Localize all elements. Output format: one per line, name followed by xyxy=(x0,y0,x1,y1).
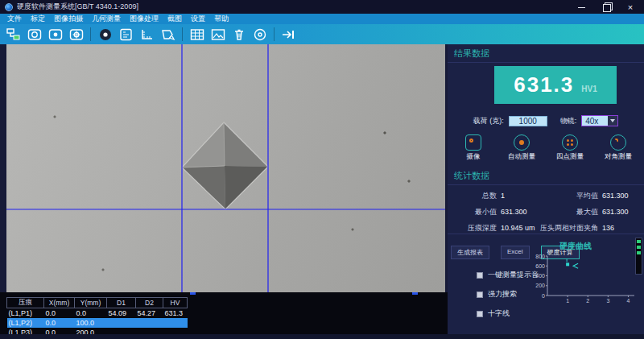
table-cell: 200.0 xyxy=(75,328,107,335)
menu-item-1[interactable]: 文件 xyxy=(7,14,22,24)
camera-capture-button[interactable]: 摄像 xyxy=(451,134,496,162)
table-icon[interactable] xyxy=(188,27,205,43)
table-cell: (L1,P3) xyxy=(7,328,44,335)
table-cell: 0.0 xyxy=(75,308,107,318)
table-row[interactable]: (L1,P2)0.0100.0 xyxy=(7,318,188,328)
chart-title: 硬度曲线 xyxy=(531,241,620,252)
app-icon xyxy=(5,3,13,11)
menu-item-6[interactable]: 截图 xyxy=(167,14,182,24)
table-cell: 54.27 xyxy=(136,308,163,318)
hardness-value: 631.3 xyxy=(514,72,574,97)
camera-icon[interactable] xyxy=(26,27,43,43)
tools-area: 生成报表Excel硬度计算 一键测量提示音强力搜索十字线 硬度曲线 020040… xyxy=(448,236,644,334)
load-label: 载荷 (克): xyxy=(473,116,504,126)
camera-target-icon[interactable] xyxy=(68,27,85,43)
tool-tab-2[interactable]: Excel xyxy=(501,246,530,259)
checkbox-icon[interactable] xyxy=(477,272,483,279)
toolbar-separator xyxy=(274,27,275,41)
window-bottom-edge xyxy=(0,334,644,339)
stat-value: 1 xyxy=(501,192,543,200)
ruler-icon[interactable] xyxy=(138,27,155,43)
option-checkbox-1[interactable]: 一键测量提示音 xyxy=(477,270,539,280)
option-checkbox-2[interactable]: 强力搜索 xyxy=(477,289,539,300)
menu-item-2[interactable]: 标定 xyxy=(31,14,45,24)
table-cell: 100.0 xyxy=(75,318,107,328)
table-header[interactable]: HV xyxy=(163,298,188,308)
results-section-title: 结果数据 xyxy=(448,44,644,61)
stat-item: 平均值631.300 xyxy=(543,191,644,201)
table-cell: 631.3 xyxy=(163,308,188,318)
maximize-button[interactable] xyxy=(601,2,612,12)
stat-label: 压头两相对面夹角 xyxy=(540,223,598,234)
divider xyxy=(448,184,644,185)
window-title: 硬度软件测量系统[GB/T 4340.1-2009] xyxy=(17,2,576,12)
table-cell: 54.09 xyxy=(107,308,136,318)
table-header[interactable]: D1 xyxy=(107,298,136,308)
table-header-row: 压痕X(mm)Y(mm)D1D2HV xyxy=(7,298,188,308)
table-cell: 0.0 xyxy=(44,328,75,335)
auto-measure-button[interactable]: 自动测量 xyxy=(499,134,544,162)
stat-value: 631.300 xyxy=(501,208,543,216)
svg-text:2: 2 xyxy=(586,298,589,304)
image-icon[interactable] xyxy=(209,27,226,43)
workflow-icon[interactable] xyxy=(5,27,22,43)
table-row[interactable]: (L1,P3)0.0200.0 xyxy=(7,328,188,335)
toolbar-separator xyxy=(182,27,183,41)
record-icon[interactable] xyxy=(97,27,114,43)
checkbox-label: 十字线 xyxy=(488,308,510,319)
stat-item: 最大值631.300 xyxy=(543,207,644,217)
menu-item-3[interactable]: 图像拍摄 xyxy=(54,14,83,24)
disc-icon[interactable] xyxy=(251,27,268,43)
table-header[interactable]: Y(mm) xyxy=(75,298,107,308)
menu-item-5[interactable]: 图像处理 xyxy=(130,14,159,24)
close-button[interactable]: × xyxy=(625,2,636,12)
table-cell: (L1,P2) xyxy=(7,318,44,328)
minimize-button[interactable] xyxy=(576,2,588,12)
table-header[interactable]: D2 xyxy=(136,298,163,308)
svg-text:4: 4 xyxy=(627,298,630,304)
level-meter xyxy=(635,238,642,275)
table-header[interactable]: X(mm) xyxy=(44,298,75,308)
svg-text:200: 200 xyxy=(535,283,545,288)
menu-item-8[interactable]: 帮助 xyxy=(214,14,229,24)
svg-text:0: 0 xyxy=(542,293,545,299)
menu-item-7[interactable]: 设置 xyxy=(191,14,205,24)
svg-text:1: 1 xyxy=(566,298,569,304)
svg-text:400: 400 xyxy=(535,273,545,279)
chevron-down-icon[interactable] xyxy=(608,116,617,126)
rotate-shape-icon[interactable] xyxy=(159,27,176,43)
exposure-icon[interactable] xyxy=(118,27,134,43)
statistics-grid: 总数1平均值631.300最小值631.300最大值631.300压痕深度10.… xyxy=(448,191,644,234)
table-header[interactable]: 压痕 xyxy=(7,298,44,308)
diagonal-measure-icon xyxy=(610,134,626,151)
table-row[interactable]: (L1,P1)0.00.054.0954.27631.3 xyxy=(7,308,188,318)
table-cell xyxy=(107,318,136,328)
toolbar xyxy=(0,24,644,44)
stat-item: 压痕深度10.945 um xyxy=(448,223,543,234)
diagonal-measure-button[interactable]: 对角测量 xyxy=(596,134,641,162)
tool-tab-1[interactable]: 生成报表 xyxy=(451,246,489,259)
objective-select[interactable]: 40x xyxy=(581,115,618,126)
menu-item-4[interactable]: 几何测量 xyxy=(92,14,121,24)
checkbox-icon[interactable] xyxy=(477,291,483,298)
hardness-result-display: 631.3 HV1 xyxy=(494,66,617,104)
export-icon[interactable] xyxy=(280,27,297,43)
trash-icon[interactable] xyxy=(230,27,247,43)
measure-buttons-row: 摄像自动测量四点测量对角测量 xyxy=(448,134,644,162)
four-point-button[interactable]: 四点测量 xyxy=(547,134,592,162)
measure-button-label: 自动测量 xyxy=(499,152,544,162)
measurement-table[interactable]: 压痕X(mm)Y(mm)D1D2HV(L1,P1)0.00.054.0954.2… xyxy=(6,297,188,334)
svg-text:600: 600 xyxy=(535,263,545,269)
stat-label: 最小值 xyxy=(475,207,497,217)
ruler-tick-strip xyxy=(0,292,448,296)
camera-capture-icon xyxy=(465,134,481,151)
option-checkbox-3[interactable]: 十字线 xyxy=(477,308,539,319)
measure-button-label: 摄像 xyxy=(451,152,496,162)
svg-text:800: 800 xyxy=(535,254,545,259)
objective-value: 40x xyxy=(582,117,608,126)
option-checkboxes: 一键测量提示音强力搜索十字线 xyxy=(477,270,539,328)
checkbox-icon[interactable] xyxy=(477,311,483,317)
camera-dot-icon[interactable] xyxy=(47,27,64,43)
load-input[interactable] xyxy=(509,116,547,126)
microscope-image-viewport[interactable] xyxy=(6,44,445,292)
